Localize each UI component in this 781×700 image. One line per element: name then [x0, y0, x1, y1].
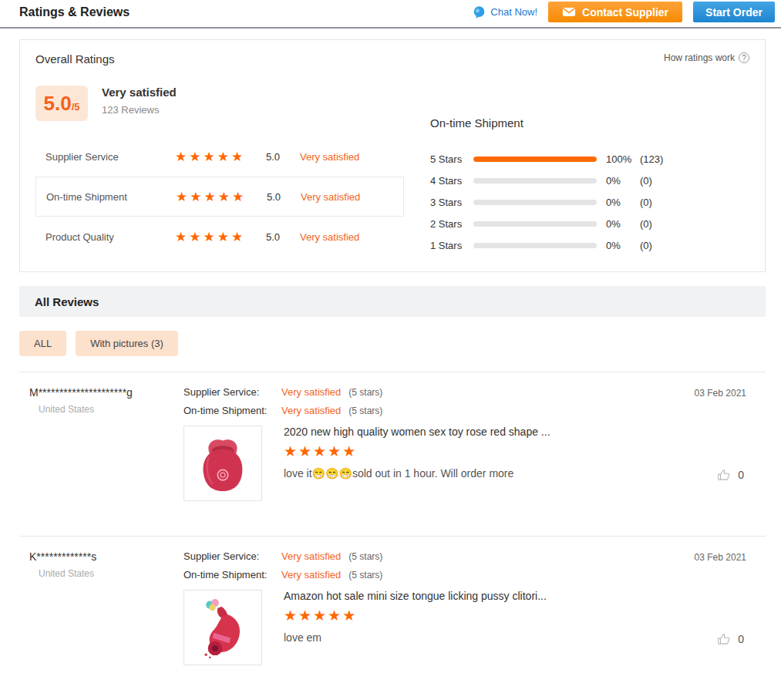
- ratings-summary-column: 5.0/5 Very satisfied 123 Reviews Supplie…: [35, 66, 404, 257]
- how-ratings-work-label: How ratings work: [664, 52, 735, 63]
- review-rating-detail: (5 stars): [348, 406, 382, 416]
- histogram-title: On-time Shipment: [430, 116, 663, 130]
- rating-row-ontime-shipment: On-time Shipment ★★★★★ 5.0 Very satisfie…: [35, 177, 404, 217]
- overall-score: 5.0: [44, 92, 72, 116]
- rating-row-label: Supplier Service: [45, 151, 175, 163]
- review-star-icons: ★★★★★: [284, 443, 550, 460]
- rating-row-label: On-time Shipment: [46, 191, 176, 203]
- chat-bubble-icon: [473, 5, 486, 19]
- reviewer-country: United States: [39, 404, 183, 415]
- review-star-icons: ★★★★★: [284, 607, 547, 624]
- review-rating-line: On-time Shipment: Very satisfied (5 star…: [183, 569, 661, 581]
- reviewer-country: United States: [39, 568, 183, 579]
- reviewer-name: M*********************g: [29, 386, 183, 399]
- histogram-count: (0): [640, 197, 663, 208]
- histogram-label: 5 Stars: [430, 153, 473, 165]
- question-mark-icon: ?: [739, 52, 749, 63]
- helpful-button[interactable]: 0: [717, 632, 744, 646]
- reviewer-name: K*************s: [29, 550, 183, 563]
- chat-now-label: Chat Now!: [490, 6, 537, 18]
- rating-rows: Supplier Service ★★★★★ 5.0 Very satisfie…: [35, 136, 404, 257]
- histogram-percent: 0%: [606, 218, 640, 230]
- histogram-bar: [473, 178, 597, 183]
- thumbs-up-icon: [717, 468, 731, 482]
- review-rating-line: Supplier Service: Very satisfied (5 star…: [183, 550, 661, 562]
- histogram-label: 1 Stars: [430, 240, 473, 251]
- review-rating-detail: (5 stars): [348, 551, 382, 562]
- review-rating-line: Supplier Service: Very satisfied (5 star…: [183, 386, 661, 398]
- histogram-label: 3 Stars: [430, 197, 473, 208]
- histogram-row-1-stars: 1 Stars 0% (0): [430, 234, 663, 256]
- reviews-count: 123 Reviews: [102, 104, 177, 116]
- histogram-bar: [473, 221, 597, 227]
- envelope-icon: [562, 7, 576, 17]
- histogram-label: 2 Stars: [430, 218, 473, 230]
- contact-supplier-button[interactable]: Contact Supplier: [548, 2, 682, 22]
- histogram-percent: 100%: [606, 153, 640, 165]
- helpful-count: 0: [738, 633, 744, 645]
- start-order-label: Start Order: [705, 6, 762, 19]
- rating-row-score: 5.0: [266, 151, 300, 163]
- histogram-row-2-stars: 2 Stars 0% (0): [430, 213, 663, 234]
- overall-score-suffix: /5: [72, 101, 80, 113]
- overall-verdict: Very satisfied: [102, 86, 177, 99]
- star-rating-icons: ★★★★★: [175, 149, 266, 165]
- review-product-title[interactable]: 2020 new high quality women sex toy rose…: [284, 426, 550, 438]
- review-rating-label: Supplier Service:: [183, 386, 281, 398]
- histogram-row-4-stars: 4 Stars 0% (0): [430, 170, 663, 191]
- helpful-count: 0: [738, 469, 744, 481]
- product-thumbnail-tongue-toy[interactable]: [183, 590, 262, 665]
- review-list: M*********************g United States Su…: [19, 372, 766, 700]
- rating-row-verdict: Very satisfied: [300, 231, 404, 243]
- rating-row-verdict: Very satisfied: [301, 191, 403, 203]
- rating-row-score: 5.0: [266, 231, 300, 243]
- helpful-button[interactable]: 0: [717, 468, 744, 482]
- review-rating-label: Supplier Service:: [183, 550, 281, 562]
- review-item: K*************s United States Supplier S…: [19, 536, 766, 700]
- all-reviews-band: All Reviews: [19, 286, 766, 317]
- review-rating-label: On-time Shipment:: [183, 405, 281, 416]
- histogram-percent: 0%: [606, 197, 640, 208]
- histogram-count: (0): [640, 240, 663, 251]
- histogram-count: (0): [640, 218, 663, 230]
- histogram-label: 4 Stars: [430, 175, 473, 187]
- topbar: Ratings & Reviews Chat Now! Contact Supp…: [0, 0, 781, 29]
- review-rating-value: Very satisfied: [281, 405, 341, 416]
- histogram-bar: [473, 156, 597, 162]
- review-item: M*********************g United States Su…: [19, 372, 766, 536]
- rating-row-verdict: Very satisfied: [300, 151, 404, 163]
- review-rating-value: Very satisfied: [281, 386, 341, 398]
- histogram-bar: [473, 200, 597, 205]
- overall-ratings-panel: Overall Ratings How ratings work ? 5.0/5…: [19, 39, 766, 272]
- review-rating-value: Very satisfied: [281, 569, 341, 581]
- overall-ratings-title: Overall Ratings: [35, 52, 115, 66]
- review-rating-label: On-time Shipment:: [183, 569, 281, 581]
- histogram-row-5-stars: 5 Stars 100% (123): [430, 148, 663, 170]
- topbar-actions: Chat Now! Contact Supplier Start Order: [473, 2, 775, 22]
- histogram-percent: 0%: [606, 240, 640, 251]
- page-title: Ratings & Reviews: [19, 5, 130, 19]
- rating-row-score: 5.0: [267, 191, 301, 203]
- shipment-histogram: On-time Shipment 5 Stars 100% (123) 4 St…: [430, 66, 663, 257]
- review-product-title[interactable]: Amazon hot sale mini size tongue licking…: [284, 590, 547, 602]
- filter-with-pictures-button[interactable]: With pictures (3): [76, 331, 178, 356]
- histogram-percent: 0%: [606, 175, 640, 187]
- thumbs-up-icon: [717, 632, 731, 646]
- review-rating-value: Very satisfied: [281, 550, 341, 562]
- all-reviews-title: All Reviews: [35, 295, 99, 308]
- histogram-count: (0): [640, 175, 663, 187]
- product-thumbnail-rose[interactable]: [183, 426, 262, 501]
- chat-now-link[interactable]: Chat Now!: [473, 5, 537, 19]
- histogram-bar: [473, 243, 597, 248]
- histogram-row-3-stars: 3 Stars 0% (0): [430, 191, 663, 213]
- star-rating-icons: ★★★★★: [175, 229, 266, 245]
- how-ratings-work-link[interactable]: How ratings work ?: [664, 52, 749, 63]
- start-order-button[interactable]: Start Order: [693, 2, 775, 22]
- review-rating-detail: (5 stars): [348, 387, 382, 398]
- review-date: 03 Feb 2021: [695, 388, 746, 399]
- contact-supplier-label: Contact Supplier: [582, 6, 668, 19]
- review-filters: ALL With pictures (3): [19, 331, 766, 356]
- rating-row-label: Product Quality: [45, 231, 175, 243]
- filter-all-button[interactable]: ALL: [19, 331, 66, 356]
- review-rating-line: On-time Shipment: Very satisfied (5 star…: [183, 405, 661, 416]
